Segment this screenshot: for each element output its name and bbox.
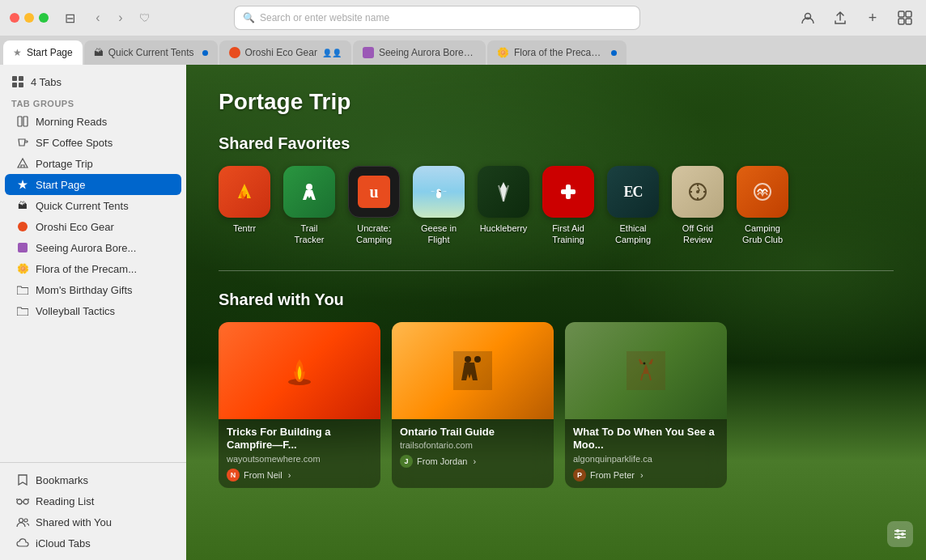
favorites-grid: Tentrr Trail Tracker u Uncrate: Camping bbox=[219, 166, 894, 246]
svg-rect-4 bbox=[906, 19, 911, 24]
svg-point-14 bbox=[24, 519, 28, 522]
tab-quick-current-tents[interactable]: 🏔 Quick Current Tents bbox=[84, 40, 218, 65]
fav-icon-uncrate: u bbox=[348, 166, 400, 218]
tabs-count-label: 4 Tabs bbox=[31, 76, 62, 88]
card-domain-campfire: wayoutsomewhere.com bbox=[227, 454, 372, 464]
shared-cards-grid: Tricks For Building a Campfire—F... wayo… bbox=[219, 322, 894, 489]
tab-oroshi[interactable]: Oroshi Eco Gear 👤👤 bbox=[219, 40, 351, 65]
svg-point-27 bbox=[465, 356, 471, 363]
svg-point-34 bbox=[896, 529, 899, 532]
shared-card-campfire[interactable]: Tricks For Building a Campfire—F... wayo… bbox=[219, 322, 380, 489]
sidebar-item-shared[interactable]: Shared with You bbox=[5, 511, 181, 532]
sidebar: 4 Tabs Tab Groups Morning Reads SF Coffe… bbox=[0, 65, 186, 560]
svg-point-11 bbox=[17, 499, 22, 504]
new-tab-button[interactable]: + bbox=[861, 6, 884, 29]
sidebar-item-label: Quick Current Tents bbox=[36, 200, 129, 212]
sidebar-item-label: Bookmarks bbox=[36, 474, 88, 486]
tab-label: Quick Current Tents bbox=[108, 47, 194, 58]
back-button[interactable]: ‹ bbox=[88, 8, 108, 28]
book-icon bbox=[16, 115, 29, 128]
sidebar-item-aurora[interactable]: Seeing Aurora Bore... bbox=[5, 237, 181, 258]
fav-icon-trail bbox=[283, 166, 335, 218]
svg-rect-21 bbox=[561, 189, 576, 194]
main-layout: 4 Tabs Tab Groups Morning Reads SF Coffe… bbox=[0, 65, 926, 560]
tab-start-page[interactable]: ★ Start Page bbox=[3, 40, 83, 65]
sidebar-item-label: Morning Reads bbox=[36, 116, 107, 128]
shared-card-moose[interactable]: What To Do When You See a Moo... algonqu… bbox=[565, 322, 727, 489]
fav-first-aid[interactable]: First Aid Training bbox=[542, 166, 594, 246]
from-label-trail: From Jordan bbox=[417, 456, 467, 466]
tent-icon bbox=[16, 157, 29, 170]
card-title-moose: What To Do When You See a Moo... bbox=[573, 426, 719, 453]
svg-point-16 bbox=[243, 190, 246, 197]
sidebar-toggle[interactable]: ⊟ bbox=[65, 11, 75, 26]
from-avatar-trail: J bbox=[400, 455, 413, 468]
shared-with-you-title: Shared with You bbox=[219, 291, 894, 309]
folder-icon bbox=[16, 283, 29, 296]
tab-flora[interactable]: 🌼 Flora of the Precambi... bbox=[487, 40, 627, 65]
coffee-icon bbox=[16, 136, 29, 149]
fav-ethical-camping[interactable]: EC Ethical Camping bbox=[607, 166, 659, 246]
sidebar-item-bookmarks[interactable]: Bookmarks bbox=[5, 469, 181, 490]
tabs-grid-icon bbox=[11, 75, 24, 88]
fav-label-offgrid: Off Grid Review bbox=[682, 223, 713, 246]
card-from-campfire[interactable]: N From Neil › bbox=[227, 469, 372, 482]
sidebar-item-flora[interactable]: 🌼 Flora of the Precam... bbox=[5, 258, 181, 279]
fav-icon-offgrid bbox=[672, 166, 724, 218]
fav-huckleberry[interactable]: Huckleberry bbox=[478, 166, 529, 246]
shared-card-trail[interactable]: Ontario Trail Guide trailsofontario.com … bbox=[392, 322, 554, 489]
fav-icon-huckleberry bbox=[478, 166, 529, 218]
customize-button[interactable] bbox=[887, 521, 913, 547]
sidebar-item-morning-reads[interactable]: Morning Reads bbox=[5, 111, 181, 132]
fav-uncrate[interactable]: u Uncrate: Camping bbox=[348, 166, 400, 246]
shield-icon: 🛡 bbox=[137, 11, 153, 24]
sidebar-item-icloud-tabs[interactable]: iCloud Tabs bbox=[5, 532, 181, 554]
minimize-button[interactable] bbox=[24, 13, 34, 23]
sidebar-item-portage-trip[interactable]: Portage Trip bbox=[5, 153, 181, 174]
content-scroll[interactable]: Portage Trip Shared Favorites Tentrr Tra… bbox=[186, 65, 926, 560]
close-button[interactable] bbox=[10, 13, 19, 23]
card-from-moose[interactable]: P From Peter › bbox=[573, 469, 719, 482]
card-info-campfire: Tricks For Building a Campfire—F... wayo… bbox=[219, 419, 380, 489]
sidebar-item-label: Flora of the Precam... bbox=[36, 263, 137, 275]
fav-tentrr[interactable]: Tentrr bbox=[219, 166, 270, 246]
card-image-moose bbox=[565, 322, 727, 419]
share-profile-icon[interactable] bbox=[796, 6, 819, 29]
svg-point-36 bbox=[897, 536, 900, 539]
sidebar-item-quick-current[interactable]: 🏔 Quick Current Tents bbox=[5, 195, 181, 216]
sidebar-item-oroshi[interactable]: Oroshi Eco Gear bbox=[5, 216, 181, 237]
fav-off-grid[interactable]: Off Grid Review bbox=[672, 166, 724, 246]
fav-icon-grub bbox=[737, 166, 788, 218]
card-from-trail[interactable]: J From Jordan › bbox=[400, 455, 546, 468]
card-domain-trail: trailsofontario.com bbox=[400, 440, 546, 450]
sidebar-item-start-page[interactable]: Start Page bbox=[5, 174, 181, 195]
favorites-title: Shared Favorites bbox=[219, 134, 894, 153]
card-image-campfire bbox=[219, 322, 380, 419]
tab-label: Oroshi Eco Gear bbox=[245, 47, 317, 58]
forward-button[interactable]: › bbox=[111, 8, 130, 28]
from-avatar-campfire: N bbox=[227, 469, 240, 482]
fav-camping-grub[interactable]: Camping Grub Club bbox=[737, 166, 788, 246]
fav-label-grub: Camping Grub Club bbox=[742, 223, 783, 246]
tab-dot bbox=[611, 50, 617, 56]
share-button[interactable] bbox=[829, 6, 852, 29]
card-title-campfire: Tricks For Building a Campfire—F... bbox=[227, 426, 372, 453]
fav-geese[interactable]: Geese in Flight bbox=[413, 166, 465, 246]
fav-label-huckleberry: Huckleberry bbox=[480, 223, 528, 234]
fullscreen-button[interactable] bbox=[39, 13, 49, 23]
content-area: Portage Trip Shared Favorites Tentrr Tra… bbox=[186, 65, 926, 560]
sidebar-item-moms-birthday[interactable]: Mom's Birthday Gifts bbox=[5, 279, 181, 300]
sidebar-bottom: Bookmarks Reading List Shared with You i… bbox=[0, 462, 186, 554]
tab-aurora[interactable]: Seeing Aurora Boreali... bbox=[353, 40, 486, 65]
sidebar-item-reading-list[interactable]: Reading List bbox=[5, 490, 181, 511]
search-icon: 🔍 bbox=[243, 12, 255, 23]
tab-overview-button[interactable] bbox=[894, 6, 916, 29]
tabs-count-item[interactable]: 4 Tabs bbox=[0, 71, 186, 92]
sidebar-item-sf-coffee[interactable]: SF Coffee Spots bbox=[5, 132, 181, 153]
address-bar[interactable]: 🔍 Search or enter website name bbox=[235, 6, 639, 29]
svg-rect-7 bbox=[12, 83, 17, 87]
nav-buttons: ‹ › bbox=[88, 8, 130, 28]
sidebar-item-volleyball[interactable]: Volleyball Tactics bbox=[5, 300, 181, 321]
fav-label-trail: Trail Tracker bbox=[295, 223, 325, 246]
fav-trail-tracker[interactable]: Trail Tracker bbox=[283, 166, 335, 246]
